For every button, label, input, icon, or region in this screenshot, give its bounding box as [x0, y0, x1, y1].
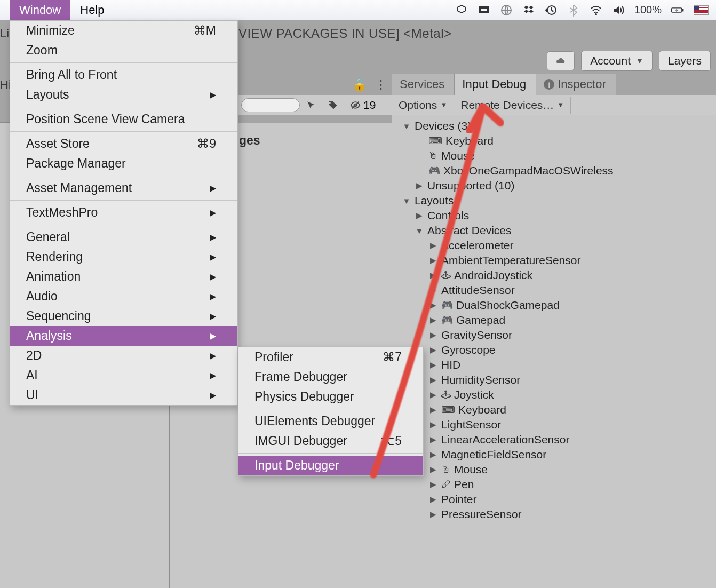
menu-textmeshpro[interactable]: TextMeshPro▶ [10, 203, 237, 223]
menu-minimize[interactable]: Minimize⌘M [10, 21, 237, 41]
submenu-arrow-icon: ▶ [210, 331, 216, 341]
tree-ambient[interactable]: ▶AmbientTemperatureSensor [392, 253, 716, 268]
menu-separator [10, 176, 237, 176]
tree-devices[interactable]: ▼Devices (3) [392, 118, 716, 133]
disclosure-open-icon: ▼ [415, 226, 424, 235]
tree-mouse2[interactable]: ▶🖱Mouse [392, 462, 716, 477]
disclosure-closed-icon: ▶ [428, 435, 438, 444]
menu-position-camera[interactable]: Position Scene View Camera [10, 109, 237, 129]
tree-gyroscope[interactable]: ▶Gyroscope [392, 343, 716, 357]
search-input[interactable] [241, 98, 300, 112]
tree-pointer-label: Pointer [441, 493, 477, 506]
submenu-input-debugger-label: Input Debugger [254, 458, 339, 473]
tree-keyboard2[interactable]: ▶⌨Keyboard [392, 402, 716, 417]
globe-icon [500, 4, 513, 17]
tree-lightsensor[interactable]: ▶LightSensor [392, 417, 716, 432]
visibility-count[interactable]: 19 [344, 99, 381, 112]
submenu-input-debugger[interactable]: Input Debugger [238, 456, 423, 475]
tag-icon[interactable] [322, 100, 344, 110]
options-dropdown[interactable]: Options▼ [392, 97, 454, 114]
tree-abstract-devices[interactable]: ▼Abstract Devices [392, 223, 716, 238]
menu-package-manager[interactable]: Package Manager [10, 154, 237, 173]
disclosure-closed-icon: ▶ [428, 315, 438, 325]
menu-zoom[interactable]: Zoom [10, 41, 237, 60]
tree-android-joystick[interactable]: ▶🕹AndroidJoystick [392, 268, 716, 283]
joystick-icon: 🕹 [441, 390, 451, 401]
menu-rendering-label: Rendering [26, 250, 83, 264]
menu-sequencing[interactable]: Sequencing▶ [10, 306, 237, 326]
submenu-profiler[interactable]: Profiler⌘7 [238, 347, 423, 367]
tree-keyboard-label: Keyboard [445, 134, 494, 147]
tree-mouse[interactable]: 🖱Mouse [392, 148, 716, 163]
tree-keyboard[interactable]: ⌨Keyboard [392, 133, 716, 148]
menu-rendering[interactable]: Rendering▶ [10, 247, 237, 267]
menu-audio[interactable]: Audio▶ [10, 287, 237, 306]
tree-magnetic[interactable]: ▶MagneticFieldSensor [392, 447, 716, 462]
tree-attitude[interactable]: ▶AttitudeSensor [392, 283, 716, 298]
battery-charging-icon [671, 4, 684, 17]
flag-us-icon [694, 5, 709, 15]
kebab-menu-icon[interactable]: ⋮ [375, 78, 387, 92]
submenu-frame-debugger[interactable]: Frame Debugger [238, 367, 423, 387]
tree-accelerometer[interactable]: ▶Accelerometer [392, 238, 716, 253]
panel-toolbar: Options▼ Remote Devices…▼ [392, 95, 716, 115]
tree-gravity[interactable]: ▶GravitySensor [392, 328, 716, 343]
menu-asset-management[interactable]: Asset Management▶ [10, 178, 237, 198]
menu-animation[interactable]: Animation▶ [10, 267, 237, 287]
disclosure-closed-icon: ▶ [428, 420, 438, 430]
macos-menubar: Window Help 100% [0, 0, 716, 20]
tree-linaccel[interactable]: ▶LinearAccelerationSensor [392, 432, 716, 447]
tree-gravity-label: GravitySensor [441, 329, 512, 341]
tab-input-debug[interactable]: Input Debug [455, 74, 536, 95]
cloud-button[interactable] [547, 51, 575, 70]
tree-accel-label: Accelerometer [441, 239, 513, 252]
disclosure-closed-icon: ▶ [428, 450, 438, 459]
menu-layouts[interactable]: Layouts▶ [10, 85, 237, 105]
layers-dropdown[interactable]: Layers [659, 51, 711, 71]
disclosure-open-icon: ▼ [402, 196, 411, 205]
submenu-physics-debugger[interactable]: Physics Debugger [238, 387, 423, 407]
menu-asset-store[interactable]: Asset Store⌘9 [10, 134, 237, 154]
pick-icon[interactable] [300, 100, 322, 110]
menu-zoom-label: Zoom [26, 43, 58, 58]
menu-separator [238, 453, 423, 454]
disclosure-closed-icon: ▶ [415, 211, 424, 220]
wifi-icon [590, 4, 602, 17]
mouse-icon: 🖱 [441, 464, 451, 475]
tree-pointer[interactable]: ▶Pointer [392, 492, 716, 507]
gamepad-icon: 🎮 [428, 165, 440, 177]
menu-analysis[interactable]: Analysis▶ [10, 326, 237, 346]
tree-pen[interactable]: ▶🖊Pen [392, 477, 716, 492]
tree-pressure[interactable]: ▶PressureSensor [392, 507, 716, 522]
tree-controls[interactable]: ▶Controls [392, 208, 716, 223]
tree-gamepad[interactable]: ▶🎮Gamepad [392, 313, 716, 328]
remote-devices-dropdown[interactable]: Remote Devices…▼ [454, 97, 571, 114]
disclosure-closed-icon: ▶ [428, 390, 438, 400]
tree-light-label: LightSensor [441, 418, 501, 431]
submenu-imgui-debugger[interactable]: IMGUI Debugger⌥5 [238, 431, 423, 451]
tree-joystick[interactable]: ▶🕹Joystick [392, 387, 716, 402]
menubar-help[interactable]: Help [70, 0, 114, 20]
menu-bring-front[interactable]: Bring All to Front [10, 65, 237, 85]
keyboard-icon: ⌨ [428, 135, 442, 147]
menu-ai[interactable]: AI▶ [10, 365, 237, 385]
submenu-uielements-debugger[interactable]: UIElements Debugger [238, 411, 423, 431]
tree-humidity[interactable]: ▶HumiditySensor [392, 372, 716, 387]
disclosure-closed-icon: ▶ [428, 375, 438, 385]
tree-dualshock[interactable]: ▶🎮DualShockGamepad [392, 298, 716, 313]
account-dropdown[interactable]: Account▼ [581, 51, 653, 71]
menu-ui[interactable]: UI▶ [10, 385, 237, 405]
info-icon: i [544, 79, 554, 90]
tree-xbox[interactable]: 🎮XboxOneGampadMacOSWireless [392, 163, 716, 178]
cloud-icon [556, 56, 566, 66]
menu-2d[interactable]: 2D▶ [10, 346, 237, 365]
menu-general[interactable]: General▶ [10, 227, 237, 247]
tab-services[interactable]: Services [392, 74, 455, 95]
tab-inspector[interactable]: iInspector [536, 74, 616, 95]
menubar-window[interactable]: Window [10, 0, 70, 20]
lock-icon[interactable]: 🔒 [352, 78, 367, 92]
tree-hid[interactable]: ▶HID [392, 357, 716, 372]
joystick-icon: 🕹 [441, 270, 451, 281]
tree-layouts[interactable]: ▼Layouts [392, 193, 716, 208]
tree-unsupported[interactable]: ▶Unsupported (10) [392, 178, 716, 193]
